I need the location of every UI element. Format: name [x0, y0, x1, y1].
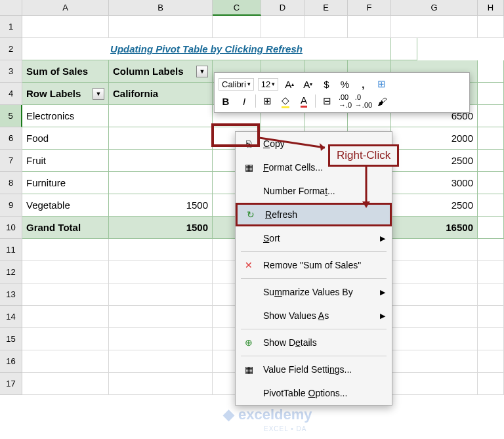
cell[interactable] [22, 16, 109, 38]
percent-icon[interactable]: % [337, 77, 352, 91]
row-header-8[interactable]: 8 [0, 172, 22, 194]
cell[interactable] [348, 16, 391, 38]
cell[interactable] [22, 239, 109, 261]
grand-total-g[interactable]: 16500 [391, 217, 478, 239]
cell[interactable] [22, 261, 109, 283]
font-color-icon[interactable]: A [297, 94, 311, 108]
row-vegetable[interactable]: Vegetable [22, 194, 109, 217]
cell[interactable] [391, 261, 478, 283]
ctx-refresh[interactable]: ↻Refresh [236, 203, 392, 226]
row-header-12[interactable]: 12 [0, 261, 22, 283]
cell[interactable]: 2500 [391, 194, 478, 217]
row-header-1[interactable]: 1 [0, 16, 22, 38]
sum-of-sales-label[interactable]: Sum of Sales [22, 60, 109, 83]
format-icon[interactable]: ⊞ [374, 77, 388, 91]
cell[interactable] [391, 38, 417, 60]
cell[interactable] [109, 283, 213, 306]
column-labels-cell[interactable]: Column Labels▼ [109, 60, 213, 83]
cell[interactable] [109, 306, 213, 328]
ctx-value-field-settings[interactable]: ▦Value Field Settings... [236, 358, 392, 381]
cell[interactable] [22, 350, 109, 373]
cell[interactable]: 2500 [391, 150, 478, 172]
cell[interactable] [478, 127, 504, 150]
decrease-font-icon[interactable]: A▾ [301, 77, 315, 91]
row-header-3[interactable]: 3 [0, 60, 22, 83]
ctx-show-details[interactable]: ⊕Show Details [236, 331, 392, 354]
fill-color-icon[interactable]: ◇ [278, 94, 293, 108]
col-california[interactable]: California [109, 83, 213, 105]
italic-button[interactable]: I [237, 94, 251, 108]
font-name-dropdown[interactable]: Calibri ▾ [219, 78, 254, 91]
ctx-sort[interactable]: Sort▶ [236, 226, 392, 250]
merge-icon[interactable]: ⊟ [320, 94, 334, 108]
cell[interactable]: 2000 [391, 127, 478, 150]
cell[interactable] [478, 16, 504, 38]
cell[interactable] [109, 239, 213, 261]
row-electronics[interactable]: Electronics [22, 105, 109, 127]
cell[interactable] [22, 328, 109, 350]
row-header-17[interactable]: 17 [0, 373, 22, 395]
cell[interactable] [22, 373, 109, 395]
cell[interactable]: 3000 [391, 172, 478, 194]
cell[interactable] [391, 306, 478, 328]
increase-font-icon[interactable]: A▴ [282, 77, 297, 91]
cell[interactable] [391, 283, 478, 306]
col-header-A[interactable]: A [22, 0, 109, 16]
comma-icon[interactable]: , [356, 77, 370, 91]
cell[interactable] [213, 16, 261, 38]
row-header-6[interactable]: 6 [0, 127, 22, 150]
borders-icon[interactable]: ⊞ [260, 94, 274, 108]
row-labels-cell[interactable]: Row Labels▼ [22, 83, 109, 105]
cell[interactable] [109, 328, 213, 350]
row-header-9[interactable]: 9 [0, 194, 22, 217]
cell[interactable] [391, 16, 478, 38]
cell[interactable] [22, 283, 109, 306]
row-header-4[interactable]: 4 [0, 83, 22, 105]
col-header-F[interactable]: F [348, 0, 391, 16]
row-header-14[interactable]: 14 [0, 306, 22, 328]
cell[interactable] [478, 172, 504, 194]
row-header-5[interactable]: 5 [0, 105, 22, 127]
row-header-10[interactable]: 10 [0, 217, 22, 239]
cell[interactable] [109, 105, 213, 127]
cell[interactable] [109, 350, 213, 373]
cell[interactable] [478, 150, 504, 172]
bold-button[interactable]: B [219, 94, 233, 108]
cell[interactable] [391, 350, 478, 373]
cell[interactable] [478, 239, 504, 261]
ctx-pivottable-options[interactable]: PivotTable Options... [236, 381, 392, 405]
column-labels-dropdown[interactable]: ▼ [196, 66, 208, 77]
cell[interactable] [478, 328, 504, 350]
row-fruit[interactable]: Fruit [22, 150, 109, 172]
row-header-16[interactable]: 16 [0, 350, 22, 373]
ctx-show-values-as[interactable]: Show Values As▶ [236, 304, 392, 327]
select-all-corner[interactable] [0, 0, 22, 16]
cell[interactable] [391, 373, 478, 395]
cell[interactable] [478, 306, 504, 328]
col-header-H[interactable]: H [478, 0, 504, 16]
col-header-D[interactable]: D [261, 0, 304, 16]
cell[interactable] [478, 105, 504, 127]
row-header-7[interactable]: 7 [0, 150, 22, 172]
row-labels-dropdown[interactable]: ▼ [93, 88, 104, 100]
format-painter-icon[interactable]: 🖌 [375, 94, 389, 108]
col-header-E[interactable]: E [304, 0, 348, 16]
ctx-number-format[interactable]: Number Format... [236, 179, 392, 203]
row-header-13[interactable]: 13 [0, 283, 22, 306]
row-furniture[interactable]: Furniture [22, 172, 109, 194]
cell[interactable] [391, 328, 478, 350]
ctx-summarize[interactable]: Summarize Values By▶ [236, 280, 392, 304]
cell[interactable] [109, 127, 213, 150]
currency-icon[interactable]: $ [319, 77, 333, 91]
cell[interactable] [109, 261, 213, 283]
decrease-decimal-icon[interactable]: .00→.0 [338, 94, 352, 108]
cell[interactable] [478, 60, 504, 83]
cell[interactable]: 1500 [109, 194, 213, 217]
cell[interactable] [109, 172, 213, 194]
row-header-2[interactable]: 2 [0, 38, 22, 60]
row-food[interactable]: Food [22, 127, 109, 150]
cell[interactable] [22, 306, 109, 328]
cell[interactable] [109, 16, 213, 38]
grand-total-label[interactable]: Grand Total [22, 217, 109, 239]
cell[interactable] [478, 83, 504, 105]
